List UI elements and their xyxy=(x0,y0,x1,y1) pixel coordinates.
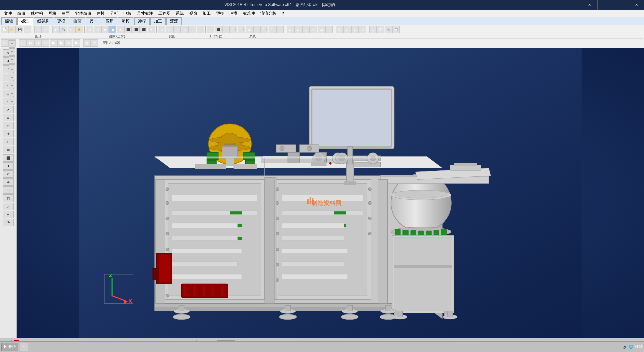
tb-img4[interactable]: ⬜ xyxy=(230,26,237,33)
tb2-box1[interactable]: □ xyxy=(19,39,26,47)
tb-wire[interactable]: ▭ xyxy=(86,26,93,33)
tb-box3[interactable]: ▪ xyxy=(173,26,181,33)
menu-surface[interactable]: 曲面 xyxy=(59,10,72,17)
menu-flow[interactable]: 流流分析 xyxy=(258,10,279,17)
taskbar-item-visi[interactable]: tI xyxy=(20,343,28,351)
tb-box6[interactable]: △ xyxy=(197,26,204,33)
lt-shell[interactable]: ◻ xyxy=(3,194,14,202)
lt-copy[interactable]: ⎗ xyxy=(3,138,14,145)
tb-front[interactable]: ⬛ xyxy=(124,26,132,33)
tb-hidden[interactable]: ◻ xyxy=(94,26,101,33)
menu-view[interactable]: 视窗 xyxy=(186,10,200,17)
tb-img5[interactable]: ⬜ xyxy=(238,26,245,33)
tab-dimension[interactable]: 尺寸 xyxy=(86,17,101,25)
tb2-cube[interactable]: ⬡ xyxy=(42,39,49,47)
tab-modeling[interactable]: 建模 xyxy=(54,17,69,25)
menu-analyze[interactable]: 分析 xyxy=(107,10,121,17)
tab-machining2[interactable]: 加工 xyxy=(150,17,166,25)
menu-edit[interactable]: 编辑 xyxy=(15,10,28,17)
tb-box5[interactable]: ○ xyxy=(189,26,196,33)
tb2-layer1[interactable]: ≡ xyxy=(83,39,91,47)
start-button[interactable]: ▶ 开始 xyxy=(1,343,18,351)
menu-system[interactable]: 系统 xyxy=(173,10,186,17)
tab-annotation[interactable]: 标注 xyxy=(17,17,33,25)
tb-shaded[interactable]: ■ xyxy=(101,26,109,33)
lt-extrude[interactable]: ⬆ xyxy=(3,162,14,170)
menu-standard[interactable]: 标准件 xyxy=(240,10,258,17)
tb-img2[interactable]: ⬛ xyxy=(215,26,222,33)
tb2-box3[interactable]: ◨ xyxy=(34,39,42,47)
lt-solid-box[interactable]: ⬛ xyxy=(3,154,14,162)
tb-img1[interactable]: ⬚ xyxy=(207,26,214,33)
lt-boolean[interactable]: ⊕ xyxy=(3,178,14,186)
tb-redo[interactable]: ↪ xyxy=(42,26,49,33)
lt-r2[interactable]: □ xyxy=(9,48,15,56)
viewport-3d[interactable]: Z X 制造资料网 xyxy=(17,48,644,338)
menu-model[interactable]: 建模 xyxy=(94,10,107,17)
tb-img8[interactable]: ⬜ xyxy=(261,26,268,33)
tb-shaded-wire[interactable]: ◼ xyxy=(109,26,116,33)
tb-v2[interactable]: ⊟ xyxy=(294,26,302,33)
tb-img3[interactable]: ◫ xyxy=(222,26,230,33)
menu-mesh[interactable]: 网格 xyxy=(46,10,59,17)
tab-wireframe[interactable]: 线架构 xyxy=(34,17,53,25)
tb-img6[interactable]: ◉ xyxy=(246,26,253,33)
menu-file[interactable]: 文件 xyxy=(1,10,15,17)
tb-new[interactable]: 📄 xyxy=(1,26,8,33)
lt-offset[interactable]: ≡ xyxy=(3,114,14,121)
lt-move[interactable]: ✛ xyxy=(3,130,14,137)
lt-r5[interactable]: □ xyxy=(9,73,15,80)
inner-minimize-button[interactable]: ─ xyxy=(551,0,566,10)
tb-sys3[interactable]: 🔧 xyxy=(385,26,392,33)
lt-array[interactable]: ⊞ xyxy=(3,146,14,153)
lt-r8[interactable]: □ xyxy=(9,97,15,104)
minimize-button[interactable]: ─ xyxy=(598,0,613,10)
tb-v5[interactable]: ◪ xyxy=(318,26,325,33)
tb-top[interactable]: ⬛ xyxy=(140,26,147,33)
tb-v1[interactable]: ⊞ xyxy=(287,26,294,33)
tb-wp1[interactable]: ⊕ xyxy=(336,26,343,33)
tab-flow2[interactable]: 流流 xyxy=(166,17,182,25)
restore-button[interactable]: □ xyxy=(613,0,629,10)
tb-sys4[interactable]: 📋 xyxy=(392,26,400,33)
lt-mirror[interactable]: ⇔ xyxy=(3,122,14,129)
tb-wp4[interactable]: ⊘ xyxy=(359,26,366,33)
tb-iso[interactable]: ◈ xyxy=(148,26,155,33)
inner-close-button[interactable]: ✕ xyxy=(582,0,597,10)
lt-trim[interactable]: ✂ xyxy=(3,106,14,113)
tb2-cube5[interactable]: ⬟ xyxy=(73,39,80,47)
tb-wp2[interactable]: ⊖ xyxy=(343,26,351,33)
lt-eye[interactable]: 👁 xyxy=(3,219,14,226)
tb2-box2[interactable]: ◧ xyxy=(26,39,34,47)
lt-layer[interactable]: ≡ xyxy=(3,211,14,218)
tb-img10[interactable]: ⬜ xyxy=(276,26,284,33)
tb-box1[interactable]: □ xyxy=(158,26,165,33)
menu-press[interactable]: 冲模 xyxy=(227,10,240,17)
tb-wp3[interactable]: ⊗ xyxy=(351,26,359,33)
lt-r6[interactable]: □ xyxy=(9,81,15,88)
tb-realistic[interactable]: ◉ xyxy=(117,26,124,33)
menu-electrode[interactable]: 电极 xyxy=(121,10,134,17)
tb-box4[interactable]: ◇ xyxy=(181,26,189,33)
tab-surface[interactable]: 曲面 xyxy=(70,17,85,25)
menu-drawing[interactable]: 工程图 xyxy=(156,10,173,17)
menu-help[interactable]: ? xyxy=(279,11,287,17)
tb-rotate[interactable]: ↻ xyxy=(68,26,75,33)
tb-undo[interactable]: ↩ xyxy=(34,26,42,33)
window-controls[interactable]: ─ □ ✕ ─ □ ✕ xyxy=(551,0,644,10)
tb-v3[interactable]: ⊡ xyxy=(302,26,310,33)
tb-img9[interactable]: ⬜ xyxy=(269,26,276,33)
tab-apply[interactable]: 应用 xyxy=(102,17,117,25)
menu-mold[interactable]: 塑模 xyxy=(213,10,227,17)
lt-r4[interactable]: □ xyxy=(9,64,15,72)
tb-v6[interactable]: ◫ xyxy=(325,26,333,33)
tab-plastic[interactable]: 塑模 xyxy=(118,17,133,25)
menu-solid-edit[interactable]: 实体编辑 xyxy=(72,10,94,17)
tb2-cube4[interactable]: ◈ xyxy=(65,39,72,47)
tb2-cursor[interactable]: ↖ xyxy=(1,39,8,47)
tb-print[interactable]: 🖨 xyxy=(24,26,31,33)
lt-r7[interactable]: □ xyxy=(9,89,15,96)
inner-restore-button[interactable]: □ xyxy=(566,0,582,10)
tab-die[interactable]: 冲模 xyxy=(134,17,150,25)
tb-sys2[interactable]: 📊 xyxy=(377,26,384,33)
